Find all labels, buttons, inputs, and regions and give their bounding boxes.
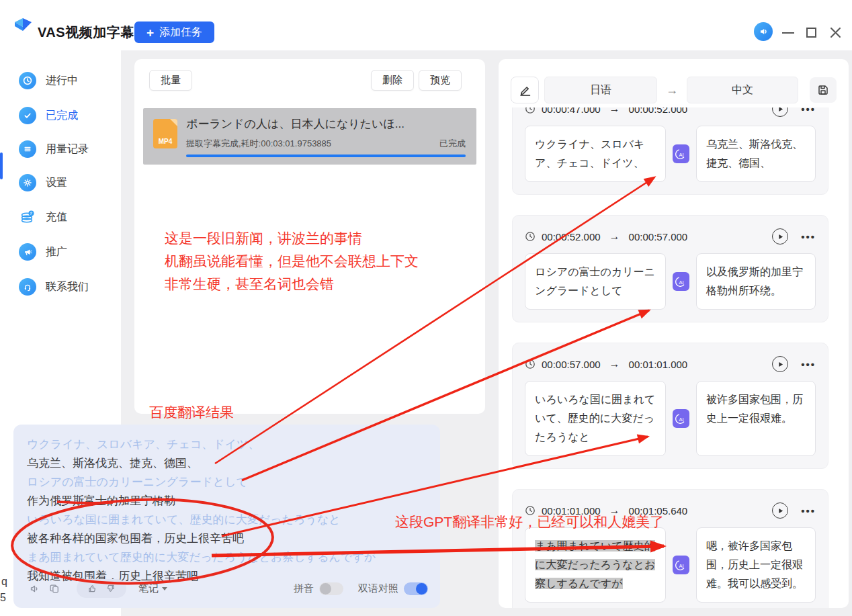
- sidebar-item-label: 设置: [46, 176, 67, 190]
- arrow-right-icon: →: [657, 83, 687, 97]
- add-task-button[interactable]: + 添加任务: [134, 21, 214, 43]
- ai-translate-button[interactable]: AI: [673, 272, 689, 291]
- baidu-line-ja: いろいろな国に囲まれていて、歴史的に大変だったろうなと: [27, 511, 427, 529]
- source-text-box[interactable]: まあ囲まれていて歴史的に大変だったろうなとお察しするんですが: [525, 527, 666, 603]
- end-time[interactable]: 00:00:57.000: [629, 231, 688, 243]
- subtitle-list: 00:00:47.000 → 00:00:52.000 ••• ウクライナ、スロ…: [512, 107, 828, 608]
- play-button[interactable]: [772, 502, 788, 519]
- baidu-result-annotation: 百度翻译结果: [149, 403, 234, 422]
- minimize-button[interactable]: [782, 32, 794, 34]
- save-icon[interactable]: [810, 77, 837, 103]
- play-button[interactable]: [772, 228, 788, 245]
- subtitle-entry[interactable]: 00:00:52.000 → 00:00:57.000 ••• ロシアの富士のカ…: [512, 215, 828, 322]
- start-time[interactable]: 00:00:52.000: [542, 231, 601, 243]
- maximize-button[interactable]: [806, 28, 816, 38]
- target-text-box[interactable]: 乌克兰、斯洛伐克、捷克、德国、: [696, 126, 816, 182]
- more-options-icon[interactable]: •••: [801, 231, 816, 243]
- preview-button[interactable]: 预览: [419, 70, 462, 91]
- play-button[interactable]: [772, 107, 788, 117]
- clock-icon: [525, 107, 536, 114]
- thumbs-down-icon[interactable]: [105, 583, 116, 594]
- task-state-badge: 已完成: [439, 138, 466, 150]
- feedback-buttons: [77, 579, 126, 598]
- coins-icon: [19, 208, 36, 226]
- target-language-select[interactable]: 中文: [687, 77, 798, 103]
- end-time[interactable]: 00:00:52.000: [629, 107, 688, 115]
- gpt-quality-annotation: 这段GPT翻译非常好，已经可以和人媲美了: [395, 513, 664, 531]
- baidu-line-ja: ウクライナ、スロバキア、チェコ、ドイツ、: [27, 435, 427, 454]
- task-row[interactable]: MP4 ポーランドの人は、日本人になりたいほ... 提取字幕完成,耗时:00:0…: [143, 108, 476, 165]
- arrow-right-icon: →: [609, 107, 620, 115]
- svg-text:AI: AI: [679, 279, 683, 285]
- ai-translate-button[interactable]: AI: [673, 556, 689, 574]
- sidebar-item-usage[interactable]: 用量记录: [0, 136, 121, 163]
- sidebar-item-label: 推广: [46, 245, 67, 259]
- sidebar-item-in-progress[interactable]: 进行中: [0, 67, 121, 94]
- batch-button[interactable]: 批量: [149, 70, 192, 91]
- target-text-box[interactable]: 以及俄罗斯的加里宁格勒州所环绕。: [696, 253, 816, 310]
- end-time[interactable]: 00:01:01.000: [629, 359, 688, 370]
- svg-text:AI: AI: [679, 151, 683, 157]
- bilingual-label: 双语对照: [358, 582, 398, 595]
- app-title: VAS视频加字幕: [38, 24, 134, 42]
- ai-translate-button[interactable]: AI: [673, 409, 689, 428]
- baidu-line-ja: ロシアの富士のカリーニングラードとして: [27, 473, 427, 492]
- subtitle-entry[interactable]: 00:00:57.000 → 00:01:01.000 ••• いろいろな国に囲…: [512, 343, 828, 469]
- delete-button[interactable]: 删除: [371, 70, 414, 91]
- app-logo-icon: [13, 16, 34, 36]
- gear-icon: [19, 174, 36, 191]
- arrow-right-icon: →: [609, 230, 620, 243]
- pinyin-toggle[interactable]: [319, 582, 343, 595]
- source-text-box[interactable]: いろいろな国に囲まれていて、歴史的に大変だったろうなと: [525, 381, 666, 456]
- baidu-line-zh: 作为俄罗斯富士的加里宁格勒: [27, 492, 427, 511]
- subtitle-entry[interactable]: 00:00:47.000 → 00:00:52.000 ••• ウクライナ、スロ…: [512, 107, 828, 195]
- close-button[interactable]: [829, 26, 842, 39]
- baidu-line-ja: まあ囲まれていて歴史的に大変だったろうなとお察しするんですが: [27, 548, 427, 567]
- add-task-label: 添加任务: [159, 26, 202, 40]
- more-options-icon[interactable]: •••: [801, 505, 816, 517]
- mp4-file-icon: MP4: [153, 119, 177, 148]
- ai-translate-button[interactable]: AI: [673, 144, 689, 163]
- edit-pencil-icon[interactable]: [511, 77, 539, 103]
- more-options-icon[interactable]: •••: [801, 359, 816, 370]
- baidu-line-zh: 乌克兰、斯洛伐克、捷克、德国、: [27, 454, 427, 473]
- edge-text-fragment: q: [1, 576, 7, 588]
- target-text-box[interactable]: 被许多国家包围，历史上一定很艰难。: [696, 381, 816, 456]
- sidebar-item-promotion[interactable]: 推广: [0, 238, 121, 265]
- bilingual-toggle[interactable]: [404, 582, 428, 595]
- speaker-icon[interactable]: [24, 578, 44, 599]
- note-dropdown[interactable]: 笔记: [138, 582, 167, 595]
- target-text-box[interactable]: 嗯，被许多国家包围，历史上一定很艰难。我可以感受到。: [696, 527, 816, 603]
- check-icon: [19, 107, 36, 124]
- start-time[interactable]: 00:00:57.000: [542, 359, 601, 370]
- sidebar-item-settings[interactable]: 设置: [0, 169, 121, 196]
- more-options-icon[interactable]: •••: [801, 107, 816, 115]
- annotation-line: 机翻虽说能看懂，但是他不会联想上下文: [165, 250, 419, 273]
- sidebar-item-contact[interactable]: 联系我们: [0, 273, 121, 300]
- source-language-select[interactable]: 日语: [544, 77, 657, 103]
- megaphone-icon: [19, 243, 36, 261]
- thumbs-up-icon[interactable]: [87, 583, 98, 594]
- play-button[interactable]: [772, 356, 788, 372]
- sidebar-item-label: 进行中: [46, 74, 78, 88]
- list-icon: [19, 140, 36, 158]
- task-progress-bar: [186, 155, 466, 157]
- selected-text: まあ囲まれていて歴史的に大変だったろうなとお察しするんですが: [535, 540, 655, 589]
- baidu-line-zh: 被各种各样的国家包围着，历史上很辛苦吧: [27, 529, 427, 548]
- sidebar-item-completed[interactable]: 已完成: [0, 102, 121, 129]
- copy-icon[interactable]: [44, 578, 65, 599]
- note-label: 笔记: [138, 582, 159, 595]
- start-time[interactable]: 00:00:47.000: [542, 107, 601, 115]
- language-header: 日语 → 中文: [511, 77, 837, 103]
- annotation-note: 这是一段旧新闻，讲波兰的事情 机翻虽说能看懂，但是他不会联想上下文 非常生硬，甚…: [165, 227, 419, 296]
- clock-icon: [19, 72, 36, 89]
- baidu-translate-panel: ウクライナ、スロバキア、チェコ、ドイツ、 乌克兰、斯洛伐克、捷克、德国、 ロシア…: [13, 425, 440, 608]
- svg-text:AI: AI: [679, 416, 683, 422]
- subtitle-entry[interactable]: 00:01:01.000 → 00:01:05.640 ••• まあ囲まれていて…: [512, 489, 828, 608]
- edge-text-fragment: 5: [0, 592, 6, 604]
- sidebar-item-label: 已完成: [46, 109, 78, 123]
- sound-icon[interactable]: [754, 22, 773, 41]
- source-text-box[interactable]: ロシアの富士のカリーニングラードとして: [525, 253, 666, 310]
- sidebar-item-recharge[interactable]: 充值: [0, 204, 121, 230]
- source-text-box[interactable]: ウクライナ、スロバキア、チェコ、ドイツ、: [525, 126, 666, 182]
